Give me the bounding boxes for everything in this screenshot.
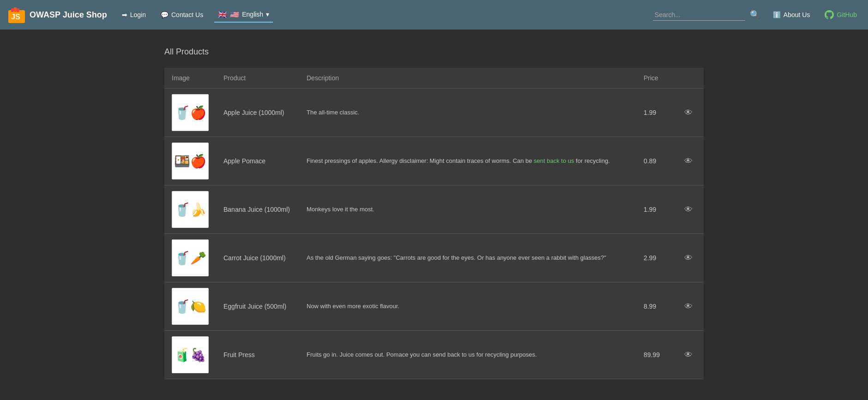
product-view-cell: 👁 (673, 331, 704, 379)
product-name: Eggfruit Juice (500ml) (216, 282, 299, 331)
about-label: About Us (784, 11, 810, 18)
search-icon: 🔍 (750, 10, 760, 20)
table-row: 🍱🍎Apple PomaceFinest pressings of apples… (164, 137, 704, 185)
view-product-button[interactable]: 👁 (681, 348, 696, 362)
contact-us-button[interactable]: 💬 Contact Us (157, 8, 207, 21)
login-label: Login (130, 11, 146, 18)
product-view-cell: 👁 (673, 282, 704, 331)
table-header-row: Image Product Description Price (164, 68, 704, 89)
brand-logo-icon: JS (7, 6, 26, 24)
table-row: 🥤🍎Apple Juice (1000ml)The all-time class… (164, 89, 704, 137)
product-price: 1.99 (636, 185, 673, 234)
svg-rect-1 (11, 8, 14, 12)
product-price: 89.99 (636, 331, 673, 379)
product-name: Banana Juice (1000ml) (216, 185, 299, 234)
contact-label: Contact Us (171, 11, 203, 18)
brand-link[interactable]: JS OWASP Juice Shop (7, 6, 107, 24)
view-product-button[interactable]: 👁 (681, 251, 696, 265)
flag-us-icon: 🇺🇸 (230, 10, 239, 19)
login-button[interactable]: ➡ Login (118, 8, 150, 21)
product-description: Monkeys love it the most. (299, 185, 636, 234)
product-desc-link[interactable]: sent back to us (534, 157, 574, 164)
product-description: As the old German saying goes: "Carrots … (299, 234, 636, 282)
table-row: 🧃🍇Fruit PressFruits go in. Juice comes o… (164, 331, 704, 379)
github-label: GitHub (837, 11, 857, 18)
product-description: Finest pressings of apples. Allergy disc… (299, 137, 636, 185)
product-price: 0.89 (636, 137, 673, 185)
view-product-button[interactable]: 👁 (681, 106, 696, 119)
table-row: 🥤🍌Banana Juice (1000ml)Monkeys love it t… (164, 185, 704, 234)
col-header-action (673, 68, 704, 89)
product-image: 🥤🍌 (172, 191, 209, 228)
product-name: Apple Juice (1000ml) (216, 89, 299, 137)
section-title: All Products (164, 43, 704, 60)
search-container: 🔍 (653, 8, 762, 22)
language-selector[interactable]: 🇬🇧 🇺🇸 English ▾ (214, 7, 273, 23)
product-description: Now with even more exotic flavour. (299, 282, 636, 331)
flag-uk-icon: 🇬🇧 (218, 10, 227, 19)
product-image-cell: 🧃🍇 (164, 331, 216, 379)
svg-text:JS: JS (11, 13, 20, 21)
product-view-cell: 👁 (673, 234, 704, 282)
product-price: 8.99 (636, 282, 673, 331)
product-view-cell: 👁 (673, 185, 704, 234)
col-header-image: Image (164, 68, 216, 89)
product-price: 2.99 (636, 234, 673, 282)
language-label: English (242, 11, 263, 18)
product-description: Fruits go in. Juice comes out. Pomace yo… (299, 331, 636, 379)
col-header-price: Price (636, 68, 673, 89)
product-image-cell: 🥤🍋 (164, 282, 216, 331)
product-view-cell: 👁 (673, 137, 704, 185)
navbar: JS OWASP Juice Shop ➡ Login 💬 Contact Us… (0, 0, 868, 30)
product-name: Apple Pomace (216, 137, 299, 185)
chevron-down-icon: ▾ (266, 11, 269, 18)
brand-name: OWASP Juice Shop (30, 10, 107, 20)
svg-rect-2 (14, 7, 17, 12)
product-view-cell: 👁 (673, 89, 704, 137)
product-name: Carrot Juice (1000ml) (216, 234, 299, 282)
svg-rect-3 (17, 8, 19, 12)
info-icon: ℹ️ (773, 11, 781, 18)
col-header-description: Description (299, 68, 636, 89)
product-image: 🥤🍎 (172, 94, 209, 131)
product-description: The all-time classic. (299, 89, 636, 137)
login-icon: ➡ (122, 11, 127, 18)
view-product-button[interactable]: 👁 (681, 155, 696, 168)
view-product-button[interactable]: 👁 (681, 203, 696, 216)
search-input[interactable] (653, 9, 745, 21)
table-row: 🥤🥕Carrot Juice (1000ml)As the old German… (164, 234, 704, 282)
product-image: 🥤🍋 (172, 288, 209, 325)
products-table: Image Product Description Price 🥤🍎Apple … (164, 68, 704, 379)
github-icon (825, 10, 834, 19)
about-us-button[interactable]: ℹ️ About Us (769, 8, 814, 21)
product-image-cell: 🥤🥕 (164, 234, 216, 282)
table-row: 🥤🍋Eggfruit Juice (500ml)Now with even mo… (164, 282, 704, 331)
product-image-cell: 🥤🍌 (164, 185, 216, 234)
product-image: 🍱🍎 (172, 143, 209, 179)
product-price: 1.99 (636, 89, 673, 137)
view-product-button[interactable]: 👁 (681, 300, 696, 313)
product-image: 🥤🥕 (172, 239, 209, 276)
main-container: All Products Image Product Description P… (157, 43, 711, 379)
contact-icon: 💬 (161, 11, 169, 18)
github-button[interactable]: GitHub (821, 7, 861, 22)
product-image-cell: 🍱🍎 (164, 137, 216, 185)
product-image-cell: 🥤🍎 (164, 89, 216, 137)
product-name: Fruit Press (216, 331, 299, 379)
col-header-product: Product (216, 68, 299, 89)
search-button[interactable]: 🔍 (748, 8, 762, 22)
product-image: 🧃🍇 (172, 336, 209, 373)
